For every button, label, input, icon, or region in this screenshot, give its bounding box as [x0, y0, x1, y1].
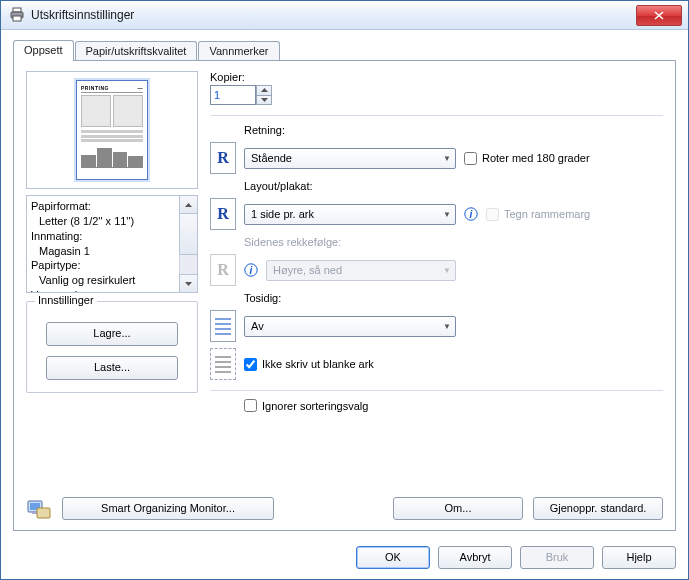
orientation-portrait-icon: R — [210, 142, 236, 174]
svg-rect-2 — [13, 16, 21, 21]
tab-watermarks[interactable]: Vannmerker — [198, 41, 279, 61]
layout-value: 1 side pr. ark — [251, 208, 314, 220]
chevron-down-icon — [261, 98, 268, 102]
draw-frame-checkbox: Tegn rammemarg — [486, 208, 590, 221]
layout-select[interactable]: 1 side pr. ark ▼ — [244, 204, 456, 225]
duplex-value: Av — [251, 320, 264, 332]
info-icon[interactable]: i — [244, 263, 258, 277]
svg-rect-10 — [37, 508, 50, 518]
load-preset-button[interactable]: Laste... — [46, 356, 178, 380]
apply-button: Bruk — [520, 546, 594, 569]
presets-legend: Innstillinger — [35, 294, 97, 306]
info-icon[interactable]: i — [464, 207, 478, 221]
scroll-up-button[interactable] — [179, 195, 198, 214]
smart-organizing-monitor-button[interactable]: Smart Organizing Monitor... — [62, 497, 274, 520]
ok-button[interactable]: OK — [356, 546, 430, 569]
orientation-value: Stående — [251, 152, 292, 164]
page-order-label: Sidenes rekkefølge: — [244, 236, 341, 248]
copies-label: Kopier: — [210, 71, 663, 83]
svg-text:i: i — [250, 265, 253, 276]
duplex-label: Tosidig: — [244, 292, 281, 304]
summary-row: Papirtype: — [31, 258, 177, 273]
copies-input[interactable] — [210, 85, 256, 105]
summary-row: Vannmerke: — [31, 288, 177, 292]
monitor-icon — [26, 498, 52, 520]
chevron-up-icon — [185, 203, 192, 207]
about-button[interactable]: Om... — [393, 497, 523, 520]
page-order-select: Høyre, så ned ▼ — [266, 260, 456, 281]
printer-icon — [9, 7, 25, 23]
tab-panel-layout: PRINTING— — [13, 60, 676, 531]
ignore-sort-label: Ignorer sorteringsvalg — [262, 400, 368, 412]
settings-summary-list: Papirformat: Letter (8 1/2'' x 11'') Inn… — [26, 195, 198, 293]
print-settings-window: Utskriftsinnstillinger Oppsett Papir/uts… — [0, 0, 689, 580]
rotate-180-checkbox[interactable]: Roter med 180 grader — [464, 152, 590, 165]
summary-row: Magasin 1 — [31, 244, 177, 259]
page-order-icon: R — [210, 254, 236, 286]
divider — [210, 115, 663, 116]
ignore-sort-checkbox[interactable]: Ignorer sorteringsvalg — [244, 399, 368, 412]
tab-paper-quality[interactable]: Papir/utskriftskvalitet — [75, 41, 198, 61]
close-icon — [654, 11, 664, 20]
copies-spin-down[interactable] — [256, 95, 272, 106]
save-preset-button[interactable]: Lagre... — [46, 322, 178, 346]
close-button[interactable] — [636, 5, 682, 26]
summary-row: Letter (8 1/2'' x 11'') — [31, 214, 177, 229]
tab-layout[interactable]: Oppsett — [13, 40, 74, 61]
chevron-down-icon — [185, 282, 192, 286]
layout-icon: R — [210, 198, 236, 230]
skip-blank-icon — [210, 348, 236, 380]
page-order-value: Høyre, så ned — [273, 264, 342, 276]
duplex-icon — [210, 310, 236, 342]
svg-text:i: i — [470, 209, 473, 220]
skip-blank-checkbox[interactable]: Ikke skriv ut blanke ark — [244, 358, 374, 371]
tab-strip: Oppsett Papir/utskriftskvalitet Vannmerk… — [1, 30, 688, 61]
help-button[interactable]: Hjelp — [602, 546, 676, 569]
chevron-down-icon: ▼ — [443, 322, 451, 331]
chevron-down-icon: ▼ — [443, 154, 451, 163]
divider — [210, 390, 663, 391]
client-area: Oppsett Papir/utskriftskvalitet Vannmerk… — [1, 30, 688, 579]
chevron-down-icon: ▼ — [443, 266, 451, 275]
duplex-select[interactable]: Av ▼ — [244, 316, 456, 337]
draw-frame-label: Tegn rammemarg — [504, 208, 590, 220]
summary-row: Innmating: — [31, 229, 177, 244]
layout-label: Layout/plakat: — [244, 180, 313, 192]
titlebar: Utskriftsinnstillinger — [1, 1, 688, 30]
restore-defaults-button[interactable]: Gjenoppr. standard. — [533, 497, 663, 520]
svg-rect-0 — [13, 8, 21, 12]
chevron-down-icon: ▼ — [443, 210, 451, 219]
skip-blank-label: Ikke skriv ut blanke ark — [262, 358, 374, 370]
scroll-track[interactable] — [180, 213, 197, 275]
scroll-down-button[interactable] — [179, 274, 198, 293]
summary-row: Vanlig og resirkulert — [31, 273, 177, 288]
chevron-up-icon — [261, 88, 268, 92]
page-preview-box: PRINTING— — [26, 71, 198, 189]
rotate-180-label: Roter med 180 grader — [482, 152, 590, 164]
scroll-thumb[interactable] — [179, 213, 198, 255]
window-title: Utskriftsinnstillinger — [31, 8, 636, 22]
orientation-select[interactable]: Stående ▼ — [244, 148, 456, 169]
summary-row: Papirformat: — [31, 199, 177, 214]
page-preview-thumbnail: PRINTING— — [76, 80, 148, 180]
cancel-button[interactable]: Avbryt — [438, 546, 512, 569]
orientation-label: Retning: — [244, 124, 285, 136]
summary-scrollbar[interactable] — [179, 196, 197, 292]
presets-group: Innstillinger Lagre... Laste... — [26, 301, 198, 393]
dialog-button-row: OK Avbryt Bruk Hjelp — [1, 540, 688, 579]
